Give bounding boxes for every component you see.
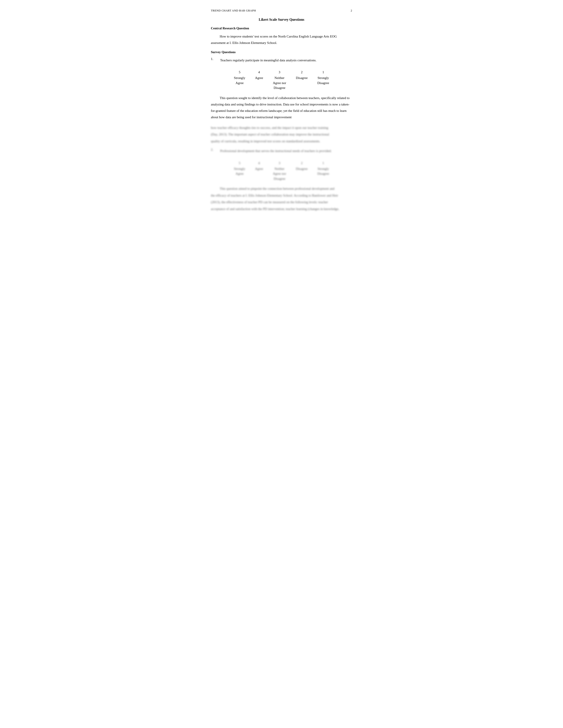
likert-scale-q1: 5 4 3 2 1 StronglyAgree Agree NeitherAgr…: [211, 70, 352, 91]
q2-likert-num-2: 2: [291, 161, 313, 166]
question-1-text-wrap: 1. Teachers regularly participate in mea…: [211, 57, 352, 67]
likert-num-4: 4: [250, 70, 268, 75]
central-research-paragraph: How to improve students' test scores on …: [211, 33, 352, 46]
question-2: 2. Professional development that serves …: [211, 148, 352, 212]
question-2-text-wrap: 2. Professional development that serves …: [211, 148, 352, 158]
likert-num-2: 2: [291, 70, 313, 75]
likert-label-neither: NeitherAgree norDisagree: [268, 75, 291, 91]
q2-likert-num-1: 1: [313, 161, 334, 166]
q2-likert-labels-row: StronglyAgree Agree NeitherAgree norDisa…: [229, 166, 334, 182]
q2-likert-numbers-row: 5 4 3 2 1: [229, 161, 334, 166]
question-1: 1. Teachers regularly participate in mea…: [211, 57, 352, 144]
central-research-heading: Central Research Question: [211, 26, 352, 30]
likert-table-q2: 5 4 3 2 1 StronglyAgree Agree NeitherAgr…: [229, 161, 334, 182]
q2-likert-label-neither: NeitherAgree norDisagree: [268, 166, 291, 182]
question-2-text: Professional development that serves the…: [220, 148, 332, 154]
q2-likert-label-strongly-agree: StronglyAgree: [229, 166, 250, 182]
likert-label-strongly-disagree: StronglyDisagree: [313, 75, 334, 91]
q1-explanation: This question sought to identify the lev…: [211, 95, 352, 121]
likert-numbers-row: 5 4 3 2 1: [229, 70, 334, 75]
q2-likert-num-4: 4: [250, 161, 268, 166]
likert-num-3: 3: [268, 70, 291, 75]
likert-table-q1: 5 4 3 2 1 StronglyAgree Agree NeitherAgr…: [229, 70, 334, 91]
page-number: 2: [351, 9, 352, 12]
q2-likert-label-agree: Agree: [250, 166, 268, 182]
q2-likert-label-strongly-disagree: StronglyDisagree: [313, 166, 334, 182]
header-left: TREND CHART AND BAR GRAPH: [211, 9, 256, 12]
survey-questions-heading: Survey Questions: [211, 50, 352, 54]
likert-label-strongly-agree: StronglyAgree: [229, 75, 250, 91]
main-title: Likert Scale Survey Questions: [211, 18, 352, 22]
likert-num-5: 5: [229, 70, 250, 75]
q2-likert-num-3: 3: [268, 161, 291, 166]
likert-num-1: 1: [313, 70, 334, 75]
question-1-number: 1.: [211, 57, 216, 67]
question-2-number: 2.: [211, 148, 216, 158]
q2-explanation-blurred: This question aimed to pinpoint the conn…: [211, 186, 352, 212]
blurred-q1-continuation: how teacher efficacy thoughts ties to su…: [211, 125, 352, 144]
page-header: TREND CHART AND BAR GRAPH 2: [211, 9, 352, 12]
likert-label-agree: Agree: [250, 75, 268, 91]
q2-likert-label-disagree: Disagree: [291, 166, 313, 182]
likert-labels-row: StronglyAgree Agree NeitherAgree norDisa…: [229, 75, 334, 91]
q2-likert-num-5: 5: [229, 161, 250, 166]
likert-label-disagree: Disagree: [291, 75, 313, 91]
question-1-text: Teachers regularly participate in meanin…: [220, 57, 317, 64]
likert-scale-q2: 5 4 3 2 1 StronglyAgree Agree NeitherAgr…: [211, 161, 352, 182]
